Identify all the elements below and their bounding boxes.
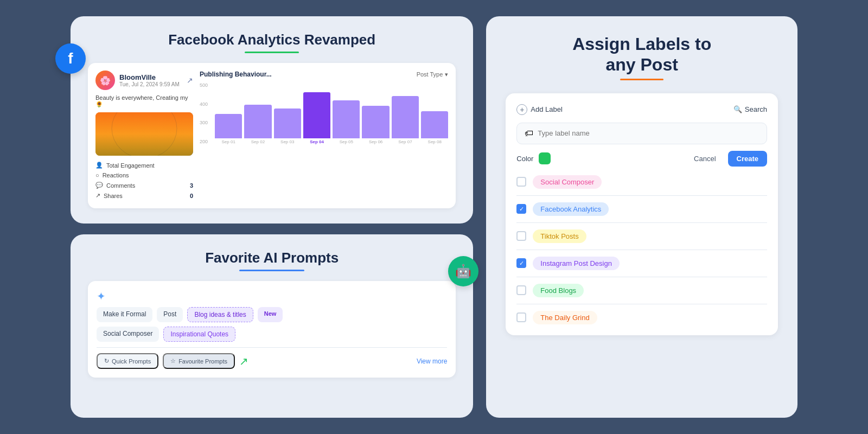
bar-group-8: Sep 08	[421, 111, 448, 144]
search-icon: 🔍	[733, 105, 742, 113]
divider	[516, 250, 767, 250]
fb-post-image	[95, 112, 193, 156]
chart-area: 500 400 300 200 Sep 01	[200, 82, 448, 153]
fb-chart: Publishing Behaviour... Post Type ▾ 500 …	[200, 71, 448, 201]
divider	[516, 195, 767, 196]
main-container: f Facebook Analytics Revamped 🌸 BloomVil…	[71, 16, 797, 418]
bar-group-6: Sep 06	[362, 106, 389, 144]
stat-comments: 💬 Comments 3	[95, 180, 193, 190]
tag-blog-ideas[interactable]: Blog ideas & titles	[187, 307, 253, 322]
star-icon: ☆	[170, 358, 176, 365]
fb-title-underline	[245, 52, 299, 53]
chart-filter[interactable]: Post Type ▾	[417, 71, 449, 78]
label-item-tiktok: Tiktok Posts	[516, 229, 767, 243]
color-swatch[interactable]	[539, 152, 551, 164]
tag-post[interactable]: Post	[157, 307, 183, 322]
add-label-button[interactable]: + Add Label	[516, 104, 563, 115]
bar-group-1: Sep 01	[215, 114, 242, 144]
search-button[interactable]: 🔍 Search	[733, 105, 767, 113]
labels-header: + Add Label 🔍 Search	[516, 104, 767, 115]
chart-title: Publishing Behaviour...	[200, 71, 272, 78]
checkbox-instagram[interactable]: ✓	[516, 258, 526, 268]
avatar: 🌸	[95, 71, 115, 90]
label-list: Social Composer ✓ Facebook Analytics Tik…	[516, 175, 767, 324]
quick-prompts-button[interactable]: ↻ Quick Prompts	[97, 353, 158, 369]
fb-card-title: Facebook Analytics Revamped	[88, 31, 456, 48]
stat-shares: ↗ Shares 0	[95, 190, 193, 201]
tag-icon: 🏷	[525, 129, 533, 138]
ai-inner-card: ✦ Make it Formal Post Blog ideas & title…	[88, 281, 456, 378]
label-pill-daily-grind[interactable]: The Daily Grind	[533, 311, 597, 324]
plus-icon: +	[516, 104, 527, 115]
label-name-input[interactable]	[538, 129, 759, 137]
label-item-food-blogs: Food Blogs	[516, 284, 767, 297]
chevron-down-icon: ▾	[445, 71, 448, 78]
fb-caption: Beauty is everywhere, Creating my 🌻	[95, 94, 193, 108]
label-item-facebook-analytics: ✓ Facebook Analytics	[516, 202, 767, 216]
tag-inspirational-quotes[interactable]: Inspirational Quotes	[163, 327, 235, 342]
fb-stats: 👤 Total Engagement ○ Reactions 💬 Comment…	[95, 160, 193, 201]
ai-footer: ↻ Quick Prompts ☆ Favourite Prompts ↗ Vi…	[97, 353, 447, 369]
tag-social-composer[interactable]: Social Composer	[97, 327, 159, 342]
profile-name: BloomVille	[119, 73, 180, 81]
image-overlay	[95, 134, 193, 156]
bar-1	[215, 114, 242, 138]
label-pill-tiktok[interactable]: Tiktok Posts	[533, 229, 586, 243]
color-row: Color Cancel Create	[516, 151, 767, 167]
bar-2	[244, 105, 271, 138]
chart-y-labels: 500 400 300 200	[200, 82, 208, 144]
cancel-button[interactable]: Cancel	[687, 151, 722, 166]
bar-3	[274, 108, 301, 138]
checkbox-tiktok[interactable]	[516, 231, 526, 241]
label-pill-instagram[interactable]: Instagram Post Design	[533, 257, 620, 270]
labels-card-title: Assign Labels to any Post	[506, 34, 778, 75]
stat-total-engagement: 👤 Total Engagement	[95, 160, 193, 170]
profile-date: Tue, Jul 2, 2024 9:59 AM	[119, 81, 180, 87]
checkbox-daily-grind[interactable]	[516, 312, 526, 322]
create-button[interactable]: Create	[728, 151, 767, 167]
search-label: Search	[745, 105, 767, 113]
label-pill-facebook-analytics[interactable]: Facebook Analytics	[533, 202, 609, 216]
label-item-daily-grind: The Daily Grind	[516, 311, 767, 324]
bar-group-3: Sep 03	[274, 108, 301, 144]
checkbox-facebook-analytics[interactable]: ✓	[516, 204, 526, 214]
stat-reactions: ○ Reactions	[95, 170, 193, 180]
bar-group-5: Sep 05	[333, 100, 360, 144]
refresh-icon: ↻	[104, 358, 109, 365]
tag-formal[interactable]: Make it Formal	[97, 307, 152, 322]
external-link-icon[interactable]: ↗	[187, 76, 193, 85]
labels-inner: + Add Label 🔍 Search 🏷 Color	[506, 93, 778, 335]
label-pill-food-blogs[interactable]: Food Blogs	[533, 284, 584, 297]
chart-header: Publishing Behaviour... Post Type ▾	[200, 71, 448, 78]
tag-new[interactable]: New	[258, 307, 283, 322]
fb-profile-info: BloomVille Tue, Jul 2, 2024 9:59 AM	[119, 73, 180, 87]
sparkle-icon: ✦	[97, 290, 447, 303]
label-pill-social-composer[interactable]: Social Composer	[533, 175, 602, 189]
ai-title-underline	[239, 270, 304, 271]
bar-group-2: Sep 02	[244, 105, 271, 144]
labels-title-underline	[620, 79, 663, 80]
bar-group-7: Sep 07	[392, 96, 419, 144]
checkbox-food-blogs[interactable]	[516, 285, 526, 295]
ai-robot-icon: 🤖	[448, 256, 478, 286]
ai-tags-first-row: Make it Formal Post Blog ideas & titles …	[97, 307, 447, 322]
divider	[516, 222, 767, 223]
left-column: f Facebook Analytics Revamped 🌸 BloomVil…	[71, 16, 473, 418]
add-label-text: Add Label	[531, 105, 563, 113]
view-more-link[interactable]: View more	[417, 358, 447, 365]
ai-card-title: Favorite AI Prompts	[88, 250, 456, 266]
favourite-prompts-button[interactable]: ☆ Favourite Prompts	[163, 353, 235, 369]
divider	[516, 304, 767, 304]
checkbox-social-composer[interactable]	[516, 177, 526, 187]
divider	[516, 277, 767, 277]
label-item-instagram: ✓ Instagram Post Design	[516, 257, 767, 270]
engagement-icon: 👤	[95, 162, 103, 169]
bar-6	[362, 106, 389, 138]
labels-card: Assign Labels to any Post + Add Label 🔍 …	[486, 16, 797, 418]
arrow-icon: ↗	[239, 355, 248, 368]
reactions-icon: ○	[95, 172, 99, 178]
bar-8	[421, 111, 448, 138]
bar-group-4: Sep 04	[303, 92, 330, 144]
fb-profile: 🌸 BloomVille Tue, Jul 2, 2024 9:59 AM ↗	[95, 71, 193, 90]
facebook-icon: f	[55, 43, 86, 74]
